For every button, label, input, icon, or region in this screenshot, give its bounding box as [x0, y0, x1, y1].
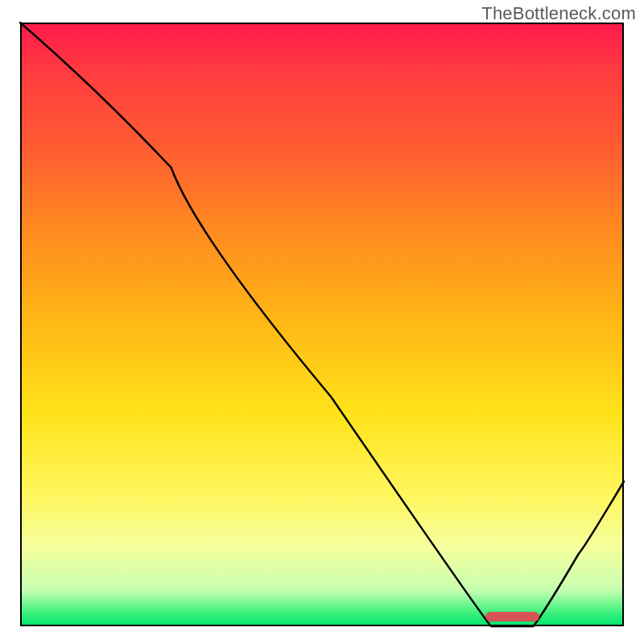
- watermark-text: TheBottleneck.com: [481, 3, 636, 24]
- optimal-range-marker: [485, 612, 540, 621]
- bottleneck-curve: [20, 23, 624, 626]
- curve-layer: [20, 23, 624, 626]
- bottleneck-chart: TheBottleneck.com: [0, 0, 644, 644]
- plot-area: [20, 23, 624, 626]
